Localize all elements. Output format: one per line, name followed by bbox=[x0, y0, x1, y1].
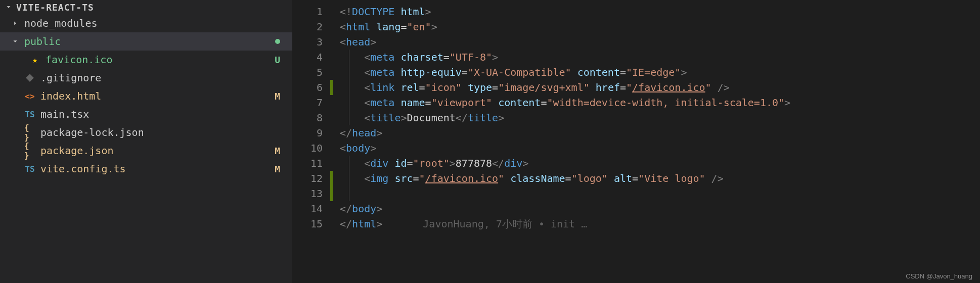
code-line[interactable]: <meta http-equiv="X-UA-Compatible" conte… bbox=[340, 65, 980, 80]
json-icon: { } bbox=[24, 145, 35, 156]
line-number: 12 bbox=[292, 171, 328, 186]
tree-item-package-lock-json[interactable]: { }package-lock.json bbox=[0, 123, 292, 142]
line-number: 13 bbox=[292, 186, 328, 201]
git-blame-annotation: JavonHuang, 7小时前 • init … bbox=[382, 218, 587, 230]
tree-item-label: favicon.ico bbox=[46, 54, 265, 66]
code-content[interactable]: <!DOCTYPE html><html lang="en"><head> <m… bbox=[328, 0, 980, 283]
line-number: 8 bbox=[292, 110, 328, 125]
typescript-icon: TS bbox=[24, 163, 35, 174]
code-line[interactable]: <body> bbox=[340, 140, 980, 156]
code-line[interactable]: <!DOCTYPE html> bbox=[340, 4, 980, 19]
line-number: 5 bbox=[292, 65, 328, 80]
line-number-gutter: 123456789101112131415 bbox=[292, 0, 328, 283]
spacer bbox=[11, 147, 19, 155]
tree-item-label: vite.config.ts bbox=[40, 163, 265, 175]
code-editor[interactable]: 123456789101112131415 <!DOCTYPE html><ht… bbox=[292, 0, 980, 283]
star-icon: ★ bbox=[29, 54, 40, 65]
tree-item-label: .gitignore bbox=[40, 72, 280, 84]
modified-line-indicator bbox=[330, 171, 333, 186]
code-line[interactable]: <meta name="viewport" content="width=dev… bbox=[340, 95, 980, 110]
typescript-icon: TS bbox=[24, 109, 35, 120]
chevron-down-icon bbox=[11, 37, 19, 45]
tree-item-package-json[interactable]: { }package.jsonM bbox=[0, 142, 292, 160]
code-line[interactable]: <title>Document</title> bbox=[340, 110, 980, 125]
modified-line-indicator bbox=[330, 186, 333, 201]
code-line[interactable]: <link rel="icon" type="image/svg+xml" hr… bbox=[340, 80, 980, 95]
tree-item-label: node_modules bbox=[24, 17, 280, 29]
code-line[interactable]: <img src="/favicon.ico" className="logo"… bbox=[340, 171, 980, 186]
code-line[interactable]: <head> bbox=[340, 34, 980, 50]
tree-item-index-html[interactable]: <>index.htmlM bbox=[0, 87, 292, 105]
code-line[interactable]: </html>JavonHuang, 7小时前 • init … bbox=[340, 216, 980, 231]
git-status-badge: M bbox=[270, 91, 280, 102]
tree-item-main-tsx[interactable]: TSmain.tsx bbox=[0, 105, 292, 123]
line-number: 2 bbox=[292, 19, 328, 34]
line-number: 15 bbox=[292, 216, 328, 231]
tree-item-label: package-lock.json bbox=[40, 126, 280, 138]
code-icon: <> bbox=[24, 90, 35, 102]
line-number: 6 bbox=[292, 80, 328, 95]
tree-item-label: package.json bbox=[40, 145, 265, 157]
code-line[interactable]: <meta charset="UTF-8"> bbox=[340, 50, 980, 65]
file-tree: node_modulespublic★favicon.icoU.gitignor… bbox=[0, 14, 292, 178]
line-number: 1 bbox=[292, 4, 328, 19]
spacer bbox=[11, 74, 19, 82]
code-line[interactable] bbox=[340, 186, 980, 201]
tree-item--gitignore[interactable]: .gitignore bbox=[0, 69, 292, 87]
tree-item-label: public bbox=[24, 35, 270, 48]
line-number: 7 bbox=[292, 95, 328, 110]
project-name-label: VITE-REACT-TS bbox=[16, 2, 94, 13]
line-number: 14 bbox=[292, 201, 328, 216]
modified-line-indicator bbox=[330, 80, 333, 95]
tree-item-vite-config-ts[interactable]: TSvite.config.tsM bbox=[0, 160, 292, 178]
file-explorer-sidebar: VITE-REACT-TS node_modulespublic★favicon… bbox=[0, 0, 292, 283]
tree-item-label: index.html bbox=[40, 90, 265, 102]
spacer bbox=[11, 92, 19, 100]
diamond-icon bbox=[24, 72, 35, 83]
git-status-badge: M bbox=[270, 164, 280, 174]
line-number: 3 bbox=[292, 34, 328, 50]
modified-dot-icon bbox=[275, 39, 280, 44]
tree-item-node-modules[interactable]: node_modules bbox=[0, 14, 292, 32]
tree-item-public[interactable]: public bbox=[0, 32, 292, 51]
line-number: 10 bbox=[292, 140, 328, 156]
tree-item-label: main.tsx bbox=[40, 108, 280, 120]
chevron-right-icon bbox=[11, 19, 19, 27]
code-line[interactable]: </head> bbox=[340, 125, 980, 140]
git-status-badge: M bbox=[270, 146, 280, 156]
code-line[interactable]: <div id="root">877878</div> bbox=[340, 156, 980, 171]
chevron-down-icon bbox=[5, 2, 12, 13]
line-number: 4 bbox=[292, 50, 328, 65]
spacer bbox=[11, 128, 19, 136]
tree-item-favicon-ico[interactable]: ★favicon.icoU bbox=[0, 51, 292, 69]
line-number: 11 bbox=[292, 156, 328, 171]
code-line[interactable]: <html lang="en"> bbox=[340, 19, 980, 34]
project-title[interactable]: VITE-REACT-TS bbox=[0, 0, 292, 14]
spacer bbox=[11, 165, 19, 173]
spacer bbox=[11, 110, 19, 118]
spacer bbox=[16, 56, 24, 64]
git-status-badge: U bbox=[270, 55, 280, 65]
json-icon: { } bbox=[24, 127, 35, 138]
watermark: CSDN @Javon_huang bbox=[906, 272, 972, 280]
code-line[interactable]: </body> bbox=[340, 201, 980, 216]
line-number: 9 bbox=[292, 125, 328, 140]
